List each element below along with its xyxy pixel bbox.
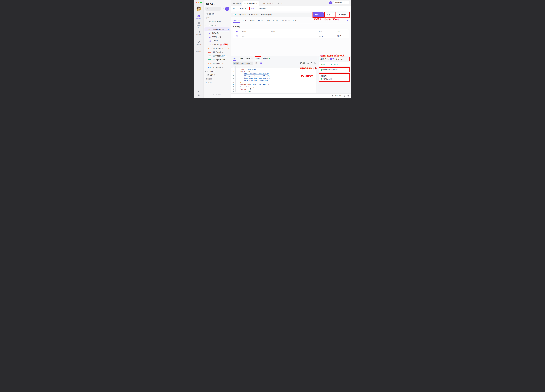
resp-tab-控制台[interactable]: 控制台: [256, 56, 260, 61]
sidebar-endpoint[interactable]: GET根据 tag 查找宠物列...: [204, 58, 231, 62]
download-icon[interactable]: [307, 62, 309, 64]
sidebar-section-models[interactable]: 数据模型⌄: [204, 77, 231, 81]
url-input[interactable]: GET http://127.0.0.1:4523/m1/623491-0-de…: [231, 12, 312, 17]
save-as-case-button[interactable]: 保存为用例: [336, 12, 349, 17]
code-line: 5 "http://dummyimage.com/400x400",: [231, 75, 316, 77]
chevron-down-icon[interactable]: ∨: [347, 58, 348, 60]
mock-env-select[interactable]: 本地 Mock: [334, 2, 342, 4]
request-config-tabs: Params1BodyHeadersCookiesAuth前置操作后置操作1设置: [231, 19, 351, 24]
doc-tab-修改文档[interactable]: 修改文档: [240, 6, 246, 11]
response-size: 543 B: [334, 63, 338, 65]
req-tab-Params[interactable]: Params1: [233, 19, 240, 23]
resp-tab-Body[interactable]: Body: [233, 56, 236, 61]
sidebar-item-doc[interactable]: 接口文档说明: [204, 20, 231, 24]
window-controls[interactable]: [196, 2, 202, 3]
response-body-code[interactable]: 1{2 "name": "族面权科样很",3 "photoUrls": [4 "…: [231, 66, 316, 93]
sidebar-endpoint[interactable]: GET根据状态查找宠物列...: [204, 54, 231, 58]
view-mode-Pretty[interactable]: Pretty: [233, 62, 239, 65]
extract-button[interactable]: 提取: [300, 62, 305, 64]
close-window-button[interactable]: [196, 2, 197, 3]
share-icon: [198, 41, 200, 43]
help-circle-icon[interactable]: ?: [327, 58, 329, 60]
req-tab-前置操作[interactable]: 前置操作: [273, 19, 279, 23]
sidebar-case[interactable]: 记录不存在接口用例: [204, 42, 231, 46]
view-mode-Raw[interactable]: Raw: [239, 62, 245, 65]
tab-overflow-button[interactable]: ···: [280, 2, 284, 4]
tab-request-1[interactable]: GET查询宠物详情×: [242, 1, 259, 6]
send-dropdown-chevron-icon[interactable]: ∨: [321, 12, 324, 17]
collapse-sidebar-icon[interactable]: «: [233, 95, 233, 97]
stash-dropdown-chevron-icon[interactable]: ∨: [332, 13, 335, 17]
rail-item-online-share[interactable]: 在线分享: [194, 41, 204, 46]
copy-icon[interactable]: [311, 62, 312, 64]
scrollbar-thumb[interactable]: [315, 67, 316, 69]
resp-tab-实际请求[interactable]: 实际请求: [263, 56, 270, 61]
chevron-down-icon[interactable]: ∨: [342, 2, 345, 3]
row-checkbox[interactable]: [236, 35, 237, 37]
project-sidebar: 宠物商店 ⌃⌄ + 项目概览 接口⌃ 接口文档说明宠物(7)GET查询宠物详情(…: [204, 0, 231, 98]
encoding-select[interactable]: utf8∨: [255, 62, 258, 64]
sidebar-item-overview[interactable]: 项目概览: [204, 12, 231, 16]
sidebar-folder[interactable]: 用户(8): [204, 73, 231, 77]
project-switcher-icon[interactable]: ⌃⌄: [214, 3, 215, 5]
sidebar-section-quick-request[interactable]: 快捷请求⌄: [204, 81, 231, 84]
search-body-icon[interactable]: [314, 62, 316, 64]
sidebar-case[interactable]: 已售出宠物: [204, 31, 231, 35]
sidebar-section-api[interactable]: 接口⌃: [204, 16, 231, 20]
doc-tabs: 文档修改文档运行高级 Mock: [231, 6, 351, 11]
req-tab-Headers[interactable]: Headers: [250, 19, 255, 22]
req-tab-后置操作[interactable]: 后置操作1: [282, 19, 290, 23]
validate-toggle[interactable]: [330, 58, 334, 60]
sidebar-endpoint[interactable]: DEL删除宠物信息(1): [204, 50, 231, 54]
send-button[interactable]: 发 送 ∨: [313, 12, 324, 17]
word-wrap-icon[interactable]: [260, 62, 262, 64]
select-all-checkbox[interactable]: [236, 31, 237, 32]
doc-tab-文档[interactable]: 文档: [233, 6, 235, 11]
tab-request-2[interactable]: 查询宠物详情 (已...: [259, 1, 276, 6]
sidebar-folder[interactable]: 店铺(4): [204, 69, 231, 73]
validate-result-select[interactable]: 成功 (200): [336, 58, 342, 60]
sidebar-folder[interactable]: 宠物(7): [204, 24, 231, 27]
stash-button[interactable]: 暂 存 ∨: [325, 12, 335, 17]
sidebar-endpoint[interactable]: POST新建宠物信息(1): [204, 46, 231, 50]
zoom-window-button[interactable]: [200, 2, 202, 3]
generate-code-icon[interactable]: </>: [347, 19, 349, 21]
rail-item-auto-test[interactable]: 自动化测试: [194, 22, 204, 28]
help-button[interactable]: ?: [347, 95, 349, 97]
req-tab-设置[interactable]: 设置: [293, 19, 296, 23]
resp-tab-Header[interactable]: Header7: [246, 56, 253, 61]
add-api-button[interactable]: +: [225, 7, 229, 11]
close-tab-icon[interactable]: ×: [256, 3, 257, 5]
rail-item-project-settings[interactable]: 项目设置: [194, 31, 204, 35]
search-input[interactable]: [205, 7, 221, 11]
table-row[interactable]: petIdstring宠物 ID: [233, 34, 349, 38]
resp-tab-Cookie[interactable]: Cookie: [239, 56, 243, 61]
sync-button[interactable]: [329, 1, 332, 4]
code-line: 4 "http://dummyimage.com/400x400",: [231, 73, 316, 75]
settings-gear-icon[interactable]: [198, 94, 200, 96]
case-bolt-icon: [209, 36, 211, 38]
notifications-bell-icon[interactable]: [198, 90, 200, 93]
theme-shirt-icon[interactable]: [344, 95, 345, 97]
sidebar-case[interactable]: 在售宠物: [204, 39, 231, 42]
tab-overview[interactable]: 项目概览: [232, 1, 242, 6]
cookie-manager-button[interactable]: Cookie 管理: [332, 95, 341, 97]
new-tab-button[interactable]: +: [277, 2, 280, 5]
req-tab-Body[interactable]: Body: [243, 19, 247, 22]
menu-hamburger-icon[interactable]: [345, 2, 349, 3]
minimize-window-button[interactable]: [198, 2, 199, 3]
sidebar-endpoint[interactable]: POST上传宠物图片(1): [204, 62, 231, 66]
doc-tab-高级 Mock[interactable]: 高级 Mock: [259, 6, 266, 11]
sidebar-endpoint[interactable]: PUT修改宠物信息(2): [204, 66, 231, 69]
rail-item-invite-member[interactable]: 邀请成员: [194, 48, 204, 53]
annotation-box-validate: 校验响应 ? 成功 (200) ∨: [319, 57, 350, 61]
doc-tab-运行[interactable]: 运行: [251, 6, 254, 11]
req-tab-Auth[interactable]: Auth: [267, 19, 270, 22]
req-tab-Cookies[interactable]: Cookies: [258, 19, 263, 22]
avatar[interactable]: [197, 6, 201, 11]
rail-item-api-management[interactable]: 接口管理: [194, 15, 204, 19]
view-mode-Preview[interactable]: Preview: [245, 62, 253, 65]
sidebar-endpoint[interactable]: GET查询宠物详情(4): [204, 27, 230, 31]
filter-button[interactable]: [222, 7, 224, 11]
sidebar-case[interactable]: ID格式不正确: [204, 35, 231, 39]
